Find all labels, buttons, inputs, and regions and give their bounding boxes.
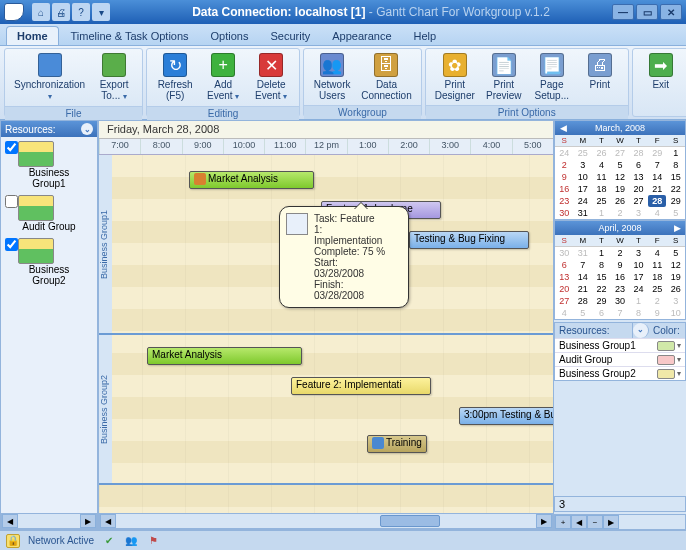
color-dropdown-icon[interactable]: ▾ xyxy=(677,341,681,350)
cal-day[interactable]: 4 xyxy=(648,207,667,219)
resource-business-group2-checkbox[interactable] xyxy=(5,238,18,251)
cal-day[interactable]: 13 xyxy=(629,171,648,183)
cal-day[interactable]: 22 xyxy=(666,183,685,195)
cal-day[interactable]: 3 xyxy=(629,247,648,259)
data-connection-button[interactable]: 🗄DataConnection xyxy=(356,51,417,103)
qat-help-icon[interactable]: ? xyxy=(72,3,90,21)
gantt-hscroll[interactable]: ◀ ▶ xyxy=(99,513,553,529)
cal-day[interactable]: 25 xyxy=(648,283,667,295)
color-dropdown-icon[interactable]: ▾ xyxy=(677,355,681,364)
cal-day[interactable]: 17 xyxy=(574,183,593,195)
cal-day[interactable]: 7 xyxy=(611,307,630,319)
cal-day[interactable]: 3 xyxy=(574,159,593,171)
tab-home[interactable]: Home xyxy=(6,26,59,45)
scroll-right-icon[interactable]: ▶ xyxy=(80,514,96,528)
cal-day[interactable]: 29 xyxy=(666,195,685,207)
legend-row[interactable]: Business Group2▾ xyxy=(555,366,685,380)
task-market-analysis-2[interactable]: Market Analysis xyxy=(147,347,302,365)
cal-day[interactable]: 29 xyxy=(592,295,611,307)
tab-help[interactable]: Help xyxy=(404,27,447,45)
cal-day[interactable]: 17 xyxy=(629,271,648,283)
nav-prev-icon[interactable]: ◀ xyxy=(571,515,587,529)
exit-button[interactable]: ➡Exit xyxy=(637,51,685,92)
cal-day[interactable]: 26 xyxy=(592,147,611,159)
legend-row[interactable]: Business Group1▾ xyxy=(555,338,685,352)
cal-day[interactable]: 30 xyxy=(555,247,574,259)
task-feature-2[interactable]: Feature 2: Implementati xyxy=(291,377,431,395)
cal-day[interactable]: 5 xyxy=(666,207,685,219)
cal-prev-icon[interactable]: ◀ xyxy=(557,123,569,133)
cal-next-icon[interactable]: ▶ xyxy=(671,223,683,233)
cal-day[interactable]: 12 xyxy=(611,171,630,183)
cal-day[interactable]: 29 xyxy=(648,147,667,159)
app-menu-icon[interactable] xyxy=(4,3,24,21)
print-designer-button[interactable]: ✿PrintDesigner xyxy=(430,51,480,103)
resource-business-group1[interactable]: BusinessGroup1 xyxy=(5,141,93,189)
cal-day[interactable]: 2 xyxy=(611,247,630,259)
close-button[interactable]: ✕ xyxy=(660,4,682,20)
qat-home-icon[interactable]: ⌂ xyxy=(32,3,50,21)
cal-day[interactable]: 11 xyxy=(592,171,611,183)
cal-day[interactable]: 23 xyxy=(555,195,574,207)
cal-day[interactable]: 14 xyxy=(574,271,593,283)
cal-day[interactable]: 10 xyxy=(574,171,593,183)
cal-day[interactable]: 18 xyxy=(648,271,667,283)
cal-day[interactable]: 28 xyxy=(629,147,648,159)
color-dropdown-icon[interactable]: ▾ xyxy=(677,369,681,378)
cal-day[interactable]: 21 xyxy=(648,183,667,195)
delete-event-button[interactable]: ✕DeleteEvent xyxy=(247,51,295,104)
cal-day[interactable]: 1 xyxy=(592,247,611,259)
legend-collapse-icon[interactable]: ⌄ xyxy=(633,323,649,338)
resource-audit-group-checkbox[interactable] xyxy=(5,195,18,208)
cal-day[interactable]: 27 xyxy=(555,295,574,307)
cal-day[interactable]: 31 xyxy=(574,207,593,219)
cal-day[interactable]: 19 xyxy=(611,183,630,195)
maximize-button[interactable]: ▭ xyxy=(636,4,658,20)
tab-security[interactable]: Security xyxy=(260,27,320,45)
cal-day[interactable]: 24 xyxy=(555,147,574,159)
cal-day[interactable]: 27 xyxy=(629,195,648,207)
nav-first-icon[interactable]: + xyxy=(555,515,571,529)
resource-business-group1-checkbox[interactable] xyxy=(5,141,18,154)
cal-day[interactable]: 1 xyxy=(592,207,611,219)
legend-header-resources[interactable]: Resources: xyxy=(555,323,633,338)
resources-hscroll[interactable]: ◀ ▶ xyxy=(1,513,97,529)
cal-day[interactable]: 7 xyxy=(648,159,667,171)
cal-day[interactable]: 26 xyxy=(611,195,630,207)
page-setup-button[interactable]: 📃PageSetup... xyxy=(528,51,576,103)
cal-day[interactable]: 24 xyxy=(629,283,648,295)
cal-day[interactable]: 2 xyxy=(611,207,630,219)
cal-day[interactable]: 4 xyxy=(592,159,611,171)
tab-timeline-task-options[interactable]: Timeline & Task Options xyxy=(61,27,199,45)
cal-day[interactable]: 20 xyxy=(555,283,574,295)
print-preview-button[interactable]: 📄PrintPreview xyxy=(480,51,528,103)
cal-day[interactable]: 22 xyxy=(592,283,611,295)
cal-day[interactable]: 6 xyxy=(629,159,648,171)
cal-day[interactable]: 12 xyxy=(666,259,685,271)
legend-row[interactable]: Audit Group▾ xyxy=(555,352,685,366)
cal-day[interactable]: 15 xyxy=(666,171,685,183)
cal-day[interactable]: 20 xyxy=(629,183,648,195)
refresh-button[interactable]: ↻Refresh(F5) xyxy=(151,51,199,103)
nav-stop-icon[interactable]: − xyxy=(587,515,603,529)
print-button[interactable]: 🖨Print xyxy=(576,51,624,92)
scroll-right-icon[interactable]: ▶ xyxy=(536,514,552,528)
cal-day[interactable]: 7 xyxy=(574,259,593,271)
qat-dropdown-icon[interactable]: ▾ xyxy=(92,3,110,21)
cal-day[interactable]: 19 xyxy=(666,271,685,283)
cal-day[interactable]: 24 xyxy=(574,195,593,207)
cal-day[interactable]: 1 xyxy=(629,295,648,307)
cal-day[interactable]: 25 xyxy=(574,147,593,159)
nav-next-icon[interactable]: ▶ xyxy=(603,515,619,529)
cal-day[interactable]: 31 xyxy=(574,247,593,259)
cal-day[interactable]: 14 xyxy=(648,171,667,183)
minimize-button[interactable]: — xyxy=(612,4,634,20)
cal-day[interactable]: 13 xyxy=(555,271,574,283)
synchronization-button[interactable]: Synchronization xyxy=(9,51,90,104)
cal-day[interactable]: 16 xyxy=(611,271,630,283)
cal-day[interactable]: 3 xyxy=(666,295,685,307)
scroll-left-icon[interactable]: ◀ xyxy=(100,514,116,528)
qat-print-icon[interactable]: 🖨 xyxy=(52,3,70,21)
network-users-button[interactable]: 👥NetworkUsers xyxy=(308,51,356,103)
export-to-button[interactable]: ExportTo... xyxy=(90,51,138,104)
